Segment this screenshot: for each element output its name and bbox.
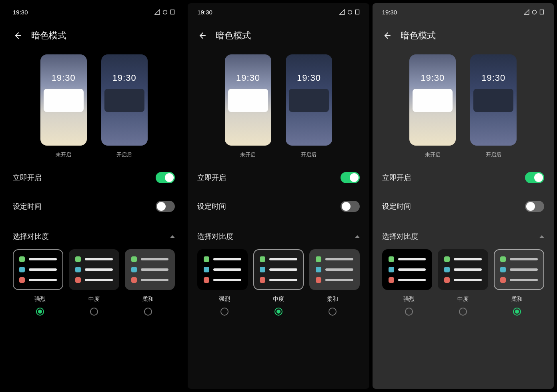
chevron-up-icon xyxy=(539,235,544,238)
svg-point-0 xyxy=(163,10,167,14)
enable-now-label: 立即开启 xyxy=(13,173,42,182)
svg-rect-1 xyxy=(171,10,174,14)
radio-medium[interactable] xyxy=(274,308,283,316)
svg-rect-4 xyxy=(355,10,359,14)
preview-off[interactable]: 19:30 未开启 xyxy=(225,54,271,158)
preview-off-label: 未开启 xyxy=(56,151,71,158)
schedule-toggle[interactable] xyxy=(525,201,544,212)
radio-strong[interactable] xyxy=(405,308,413,316)
svg-point-3 xyxy=(348,10,352,14)
contrast-section-header[interactable]: 选择对比度 xyxy=(13,221,175,249)
phone-screen-strong: 19:30 暗色模式 19:30 未开启 19:30 开启后 立即开启 设定时间… xyxy=(3,3,184,389)
preview-on[interactable]: 19:30 开启后 xyxy=(101,54,148,158)
contrast-cards xyxy=(197,249,359,290)
contrast-card-soft[interactable] xyxy=(309,249,360,290)
enable-now-toggle[interactable] xyxy=(341,172,360,183)
schedule-toggle[interactable] xyxy=(156,201,175,212)
row-schedule: 设定时间 xyxy=(382,192,544,221)
circle-icon xyxy=(347,10,353,15)
radio-soft[interactable] xyxy=(329,308,337,316)
signal-icon xyxy=(339,9,345,15)
preview-on[interactable]: 19:30 开启后 xyxy=(470,54,517,158)
contrast-option-strong[interactable]: 强烈 xyxy=(382,290,436,316)
schedule-toggle[interactable] xyxy=(341,201,360,212)
contrast-section-header[interactable]: 选择对比度 xyxy=(382,221,544,249)
contrast-section-label: 选择对比度 xyxy=(197,232,233,241)
circle-icon xyxy=(532,10,537,15)
page-header: 暗色模式 xyxy=(13,21,175,46)
page-title: 暗色模式 xyxy=(31,30,66,42)
preview-on[interactable]: 19:30 开启后 xyxy=(286,54,332,158)
contrast-radio-row: 强烈 中度 柔和 xyxy=(382,290,544,316)
contrast-cards xyxy=(13,249,175,290)
contrast-option-soft[interactable]: 柔和 xyxy=(121,290,175,316)
schedule-label: 设定时间 xyxy=(197,202,226,211)
enable-now-label: 立即开启 xyxy=(197,173,226,182)
status-icons xyxy=(524,9,544,15)
contrast-cards xyxy=(382,249,544,290)
enable-now-toggle[interactable] xyxy=(156,172,175,183)
contrast-card-strong[interactable] xyxy=(382,249,433,290)
status-time: 19:30 xyxy=(382,9,397,16)
page-title: 暗色模式 xyxy=(216,30,251,42)
radio-strong[interactable] xyxy=(36,308,44,316)
battery-icon xyxy=(355,9,360,15)
enable-now-toggle[interactable] xyxy=(525,172,544,183)
contrast-card-medium[interactable] xyxy=(438,249,488,290)
chevron-up-icon xyxy=(170,235,175,238)
phone-screen-soft: 19:30 暗色模式 19:30 未开启 19:30 开启后 立即开启 设定时间… xyxy=(373,3,554,389)
preview-off-label: 未开启 xyxy=(425,151,441,158)
preview-row: 19:30 未开启 19:30 开启后 xyxy=(13,46,175,163)
preview-row: 19:30 未开启 19:30 开启后 xyxy=(197,46,359,163)
radio-soft[interactable] xyxy=(144,308,152,316)
row-enable-now: 立即开启 xyxy=(382,163,544,192)
chevron-up-icon xyxy=(355,235,360,238)
radio-soft[interactable] xyxy=(513,308,521,316)
signal-icon xyxy=(154,9,160,15)
contrast-option-strong[interactable]: 强烈 xyxy=(197,290,251,316)
contrast-option-medium[interactable]: 中度 xyxy=(436,290,490,316)
contrast-card-soft[interactable] xyxy=(494,249,544,290)
back-icon[interactable] xyxy=(197,31,207,40)
page-header: 暗色模式 xyxy=(382,21,544,46)
status-icons xyxy=(154,9,175,15)
preview-off[interactable]: 19:30 未开启 xyxy=(40,54,87,158)
back-icon[interactable] xyxy=(13,31,22,40)
row-enable-now: 立即开启 xyxy=(13,163,175,192)
contrast-card-medium[interactable] xyxy=(69,249,119,290)
circle-icon xyxy=(162,10,168,15)
schedule-label: 设定时间 xyxy=(382,202,411,211)
row-schedule: 设定时间 xyxy=(197,192,359,221)
contrast-option-soft[interactable]: 柔和 xyxy=(306,290,360,316)
svg-point-6 xyxy=(532,10,536,14)
back-icon[interactable] xyxy=(382,31,392,40)
page-header: 暗色模式 xyxy=(197,21,359,46)
phone-screen-medium: 19:30 暗色模式 19:30 未开启 19:30 开启后 立即开启 设定时间… xyxy=(188,3,369,389)
contrast-option-medium[interactable]: 中度 xyxy=(67,290,121,316)
contrast-card-strong[interactable] xyxy=(197,249,248,290)
preview-off-label: 未开启 xyxy=(240,151,256,158)
contrast-card-medium[interactable] xyxy=(253,249,304,290)
contrast-section-header[interactable]: 选择对比度 xyxy=(197,221,359,249)
contrast-option-soft[interactable]: 柔和 xyxy=(490,290,544,316)
status-bar: 19:30 xyxy=(13,3,175,21)
contrast-section-label: 选择对比度 xyxy=(382,232,418,241)
radio-medium[interactable] xyxy=(90,308,98,316)
radio-strong[interactable] xyxy=(220,308,228,316)
radio-medium[interactable] xyxy=(459,308,467,316)
preview-off[interactable]: 19:30 未开启 xyxy=(409,54,456,158)
contrast-card-soft[interactable] xyxy=(125,249,175,290)
schedule-label: 设定时间 xyxy=(13,202,42,211)
contrast-option-strong[interactable]: 强烈 xyxy=(13,290,67,316)
enable-now-label: 立即开启 xyxy=(382,173,411,182)
preview-row: 19:30 未开启 19:30 开启后 xyxy=(382,46,544,163)
contrast-option-medium[interactable]: 中度 xyxy=(251,290,305,316)
status-bar: 19:30 xyxy=(382,3,544,21)
contrast-card-strong[interactable] xyxy=(13,249,63,290)
contrast-radio-row: 强烈 中度 柔和 xyxy=(13,290,175,316)
contrast-radio-row: 强烈 中度 柔和 xyxy=(197,290,359,316)
status-bar: 19:30 xyxy=(197,3,359,21)
row-enable-now: 立即开启 xyxy=(197,163,359,192)
contrast-section-label: 选择对比度 xyxy=(13,232,49,241)
status-time: 19:30 xyxy=(13,9,28,16)
